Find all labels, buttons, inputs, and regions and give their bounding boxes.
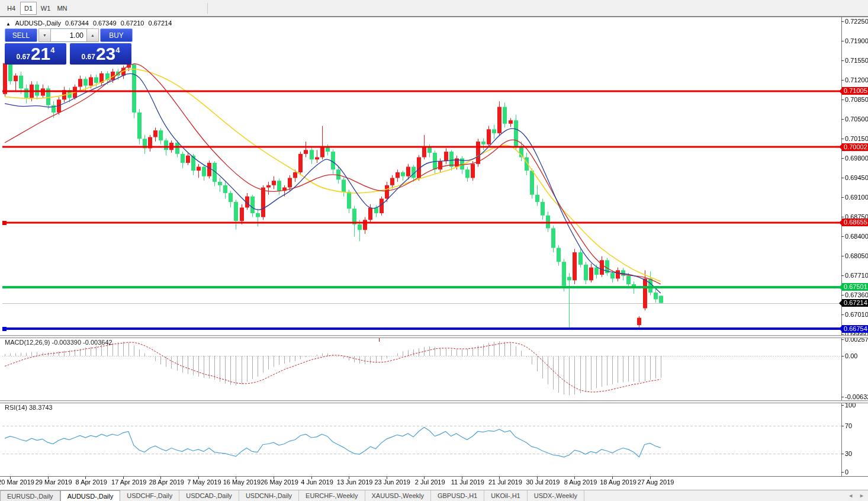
collapse-panel-icon[interactable]: ▲ [6, 21, 11, 27]
chart-tab-gbpusd-h1[interactable]: GBPUSD-,H1 [431, 490, 484, 501]
rsi-axis-tick: 30 [845, 450, 852, 457]
tab-scroll-right-icon[interactable]: ► [859, 493, 864, 499]
timeframe-button-d1[interactable]: D1 [20, 2, 37, 15]
sell-price-big: 21 [31, 43, 50, 65]
quote-header: ▲ AUDUSD-,Daily 0.67344 0.67349 0.67210 … [6, 20, 174, 27]
buy-price-panel[interactable]: 0.67 23 4 [70, 43, 131, 65]
chart-tab-eurchf-weekly[interactable]: EURCHF-,Weekly [299, 490, 365, 501]
buy-price-pip: 4 [115, 46, 120, 54]
price-axis-tick: 0.70500 [845, 115, 868, 123]
price-axis-tick: 0.70850 [845, 96, 868, 103]
price-axis-tick: 0.69800 [845, 155, 868, 162]
symbol-title: AUDUSD-,Daily [15, 20, 61, 27]
macd-indicator-label: MACD(12,26,9) -0.003390 -0.003642 [5, 339, 112, 346]
price-axis-tick: 0.71200 [845, 76, 868, 84]
lot-increase-button[interactable]: ▲ [86, 28, 99, 42]
buy-price-prefix: 0.67 [82, 53, 95, 61]
price-level-badge: 0.71005 [842, 87, 868, 95]
price-axis-tick: 0.67010 [845, 311, 868, 318]
price-level-badge: 0.68655 [842, 219, 868, 226]
rsi-pane-divider[interactable] [0, 400, 868, 403]
chart-tab-xauusd-weekly[interactable]: XAUUSD-,Weekly [365, 490, 431, 501]
price-axis-tick: 0.69450 [845, 174, 868, 181]
sell-button[interactable]: SELL [5, 28, 37, 42]
quote-open: 0.67344 [65, 20, 89, 27]
chart-tab-usdchf-daily[interactable]: USDCHF-,Daily [120, 490, 179, 501]
price-axis-tick: 0.72250 [845, 18, 868, 25]
price-level-badge: 0.67501 [842, 283, 868, 291]
quote-low: 0.67210 [121, 20, 144, 27]
quote-close: 0.67214 [149, 20, 172, 27]
price-axis-tick: 0.68400 [845, 233, 868, 240]
lot-size-input[interactable]: 1.00 [51, 28, 86, 42]
main-chart-canvas[interactable] [0, 0, 868, 501]
toolbar-separator [207, 3, 208, 14]
price-axis-tick: 0.71900 [845, 37, 868, 44]
timeframe-button-w1[interactable]: W1 [38, 2, 53, 14]
price-axis-tick: 0.69100 [845, 194, 868, 201]
rsi-indicator-label: RSI(14) 38.3743 [5, 404, 53, 411]
chart-tab-usdcnh-daily[interactable]: USDCNH-,Daily [239, 490, 299, 501]
price-axis-tick: 0.71550 [845, 57, 868, 64]
current-price-badge: 0.67214 [842, 299, 868, 307]
date-axis-label: 27 Aug 2019 [631, 478, 681, 486]
lot-decrease-button[interactable]: ▼ [38, 28, 51, 42]
sell-price-pip: 4 [50, 46, 54, 54]
timeframe-toolbar: H4D1W1MN [0, 0, 868, 17]
tab-scroll-arrows: ◄ ► [848, 490, 864, 501]
chart-tab-bar: EURUSD-,DailyAUDUSD-,DailyUSDCHF-,DailyU… [0, 490, 868, 501]
chart-tab-eurusd-daily[interactable]: EURUSD-,Daily [0, 490, 60, 501]
chart-tab-usdx-weekly[interactable]: USDX-,Weekly [528, 490, 584, 501]
buy-price-big: 23 [96, 43, 115, 65]
sell-price-prefix: 0.67 [17, 53, 30, 61]
sell-price-panel[interactable]: 0.67 21 4 [5, 43, 66, 65]
one-click-trade-panel: SELL ▼ 1.00 ▲ BUY 0.67 21 4 0.67 23 4 [5, 28, 133, 65]
chart-top-frame [0, 17, 868, 17]
rsi-axis-tick: 0 [845, 468, 848, 476]
chart-tab-usdcad-daily[interactable]: USDCAD-,Daily [179, 490, 239, 501]
rsi-axis-tick: 70 [845, 422, 852, 429]
chart-bottom-frame [0, 476, 868, 477]
price-axis-tick: 0.67710 [845, 272, 868, 279]
price-axis-tick: 0.67360 [845, 291, 868, 298]
timeframe-button-h4[interactable]: H4 [4, 2, 19, 14]
price-level-badge: 0.70002 [842, 143, 868, 151]
chart-tab-audusd-daily[interactable]: AUDUSD-,Daily [60, 490, 121, 501]
price-axis-tick: 0.70150 [845, 135, 868, 142]
timeframe-button-mn[interactable]: MN [54, 2, 70, 14]
tab-scroll-left-icon[interactable]: ◄ [848, 493, 853, 499]
chart-tab-ukoil-h1[interactable]: UKOil-,H1 [484, 490, 528, 501]
price-axis-tick: 0.68050 [845, 252, 868, 259]
macd-axis-tick: 0.00 [845, 352, 857, 359]
price-level-badge: 0.66754 [842, 325, 868, 333]
macd-axis-tick: -0.006326 [845, 393, 868, 400]
trading-terminal: H4D1W1MN ▲ AUDUSD-,Daily 0.67344 0.67349… [0, 0, 868, 501]
quote-high: 0.67349 [93, 20, 117, 27]
macd-pane-divider[interactable] [0, 335, 868, 338]
buy-button[interactable]: BUY [100, 28, 133, 42]
